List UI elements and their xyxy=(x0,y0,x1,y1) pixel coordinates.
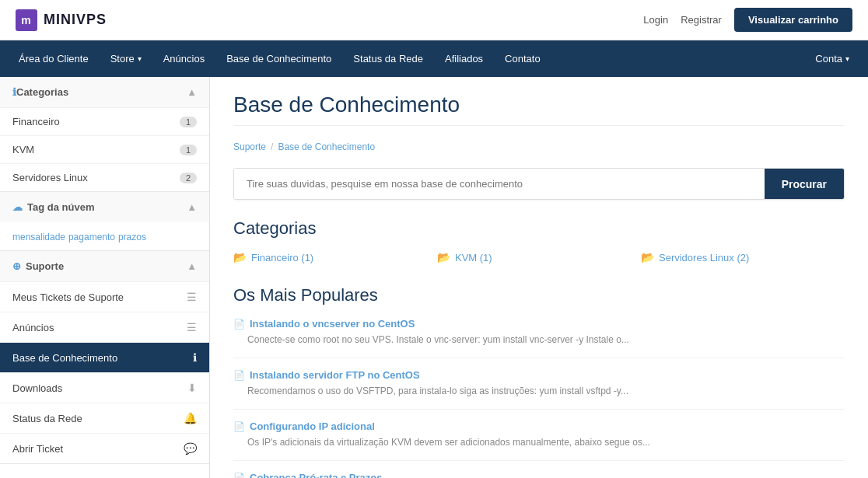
categories-section-title: Categorias xyxy=(233,218,845,239)
tag-mensalidade[interactable]: mensalidade xyxy=(12,232,65,242)
article-item-1: 📄 Instalando servidor FTP no CentOS Reco… xyxy=(233,369,845,410)
cat-servidores-label: Servidores Linux xyxy=(12,172,88,183)
sidebar-support-header: ⊕ Suporte ▲ xyxy=(0,251,209,281)
article-title-0[interactable]: 📄 Instalando o vncserver no CentOS xyxy=(233,318,845,330)
search-bar: Procurar xyxy=(233,168,845,200)
article-title-3[interactable]: 📄 Cobrança Pró-rata e Prazos xyxy=(233,472,845,478)
logo-text: MINIVPS xyxy=(44,12,107,28)
categories-grid: 📂 Financeiro (1) 📂 KVM (1) 📂 Servidores … xyxy=(233,251,845,263)
chevron-down-icon: ▾ xyxy=(138,54,142,63)
article-icon-0: 📄 xyxy=(233,319,245,330)
nav-contato[interactable]: Contato xyxy=(494,40,551,77)
popular-section-title: Os Mais Populares xyxy=(233,285,845,305)
tag-prazos[interactable]: prazos xyxy=(118,232,146,242)
cat-financeiro-label: Financeiro xyxy=(12,116,60,127)
nav-base-conhecimento[interactable]: Base de Conhecimento xyxy=(215,40,342,77)
breadcrumb-current: Base de Conhecimento xyxy=(278,141,375,152)
article-icon-3: 📄 xyxy=(233,473,245,479)
nav-anuncios[interactable]: Anúncios xyxy=(152,40,215,77)
article-item-2: 📄 Configurando IP adicional Os IP's adic… xyxy=(233,420,845,461)
category-link-financeiro[interactable]: 📂 Financeiro (1) xyxy=(233,251,437,263)
info-icon: ℹ xyxy=(193,351,197,364)
chevron-down-icon-conta: ▾ xyxy=(845,54,849,63)
category-link-servidores[interactable]: 📂 Servidores Linux (2) xyxy=(641,251,845,263)
article-title-text-2: Configurando IP adicional xyxy=(250,420,375,432)
nav-afiliados[interactable]: Afiliados xyxy=(434,40,494,77)
breadcrumb: Suporte / Base de Conhecimento xyxy=(233,141,845,152)
nav-store[interactable]: Store ▾ xyxy=(100,40,152,77)
tags-header-label: Tag da núvem xyxy=(27,201,94,213)
article-icon-2: 📄 xyxy=(233,421,245,432)
article-title-text-3: Cobrança Pró-rata e Prazos xyxy=(250,472,383,478)
search-button[interactable]: Procurar xyxy=(765,169,844,199)
download-icon: ⬇ xyxy=(187,382,197,394)
network-icon: 🔔 xyxy=(184,412,197,424)
main-nav: Área do Cliente Store ▾ Anúncios Base de… xyxy=(0,40,868,77)
page-title: Base de Conhecimento xyxy=(233,92,845,117)
support-icon-header: ⊕ xyxy=(12,260,21,272)
cloud-icon: ☁ xyxy=(12,201,23,213)
cat-servidores-badge: 2 xyxy=(180,173,197,183)
support-item-downloads[interactable]: Downloads ⬇ xyxy=(0,372,209,403)
sidebar-tags-header: ☁ Tag da núvem ▲ xyxy=(0,192,209,222)
sidebar-cat-kvm[interactable]: KVM 1 xyxy=(0,135,209,163)
article-item-3: 📄 Cobrança Pró-rata e Prazos MENSALIDADE… xyxy=(233,472,845,478)
main-layout: ℹ Categorias ▲ Financeiro 1 KVM 1 Servid… xyxy=(0,77,868,478)
article-title-1[interactable]: 📄 Instalando servidor FTP no CentOS xyxy=(233,369,845,381)
categories-header-label: Categorias xyxy=(16,86,68,98)
cat-financeiro-badge: 1 xyxy=(180,117,197,127)
status-rede-label: Status da Rede xyxy=(12,413,82,424)
support-item-abrir-ticket[interactable]: Abrir Ticket 💬 xyxy=(0,433,209,463)
support-item-tickets[interactable]: Meus Tickets de Suporte ☰ xyxy=(0,281,209,312)
title-divider xyxy=(233,125,845,126)
article-title-text-1: Instalando servidor FTP no CentOS xyxy=(250,369,420,381)
base-conhecimento-label: Base de Conhecimento xyxy=(12,352,117,364)
breadcrumb-separator: / xyxy=(271,141,273,152)
chevron-up-icon-tags: ▲ xyxy=(187,201,197,213)
article-excerpt-1: Recomendamos o uso do VSFTPD, para insta… xyxy=(233,384,845,398)
chevron-up-icon: ▲ xyxy=(187,86,197,98)
sidebar-categories-header: ℹ Categorias ▲ xyxy=(0,77,209,107)
support-item-anuncios[interactable]: Anúncios ☰ xyxy=(0,312,209,342)
category-financeiro-label: Financeiro (1) xyxy=(251,252,313,263)
folder-icon-servidores: 📂 xyxy=(641,251,654,263)
anuncios-icon: ☰ xyxy=(187,321,197,333)
sidebar-tags-section: ☁ Tag da núvem ▲ mensalidade pagamento p… xyxy=(0,192,209,251)
category-servidores-label: Servidores Linux (2) xyxy=(659,252,749,263)
article-title-2[interactable]: 📄 Configurando IP adicional xyxy=(233,420,845,432)
cat-kvm-badge: 1 xyxy=(180,145,197,155)
top-bar: m MINIVPS Login Registrar Visualizar car… xyxy=(0,0,868,40)
category-kvm-label: KVM (1) xyxy=(455,252,492,263)
sidebar: ℹ Categorias ▲ Financeiro 1 KVM 1 Servid… xyxy=(0,77,210,478)
chat-icon: 💬 xyxy=(184,442,197,455)
nav-conta[interactable]: Conta ▾ xyxy=(804,40,860,77)
anuncios-label: Anúncios xyxy=(12,322,54,333)
chevron-up-icon-support: ▲ xyxy=(187,260,197,272)
nav-status-rede[interactable]: Status da Rede xyxy=(342,40,434,77)
article-icon-1: 📄 xyxy=(233,370,245,381)
tickets-icon: ☰ xyxy=(187,291,197,303)
tag-pagamento[interactable]: pagamento xyxy=(68,232,115,242)
category-link-kvm[interactable]: 📂 KVM (1) xyxy=(437,251,641,263)
article-item-0: 📄 Instalando o vncserver no CentOS Conec… xyxy=(233,318,845,358)
downloads-label: Downloads xyxy=(12,382,62,394)
logo: m MINIVPS xyxy=(16,9,107,31)
support-item-status-rede[interactable]: Status da Rede 🔔 xyxy=(0,403,209,433)
support-item-base-conhecimento[interactable]: Base de Conhecimento ℹ xyxy=(0,342,209,372)
cart-button[interactable]: Visualizar carrinho xyxy=(734,8,852,32)
search-input[interactable] xyxy=(234,169,765,199)
sidebar-cat-servidores[interactable]: Servidores Linux 2 xyxy=(0,163,209,191)
breadcrumb-parent[interactable]: Suporte xyxy=(233,141,266,152)
logo-icon: m xyxy=(16,9,37,31)
sidebar-categories-section: ℹ Categorias ▲ Financeiro 1 KVM 1 Servid… xyxy=(0,77,209,192)
article-excerpt-0: Conecte-se como root no seu VPS. Instale… xyxy=(233,333,845,347)
support-header-label: Suporte xyxy=(26,260,64,272)
register-link[interactable]: Registrar xyxy=(681,14,722,26)
article-excerpt-2: Os IP's adicionais da virtualização KVM … xyxy=(233,435,845,449)
tag-cloud: mensalidade pagamento prazos xyxy=(0,222,209,250)
sidebar-cat-financeiro[interactable]: Financeiro 1 xyxy=(0,107,209,135)
nav-area-cliente[interactable]: Área do Cliente xyxy=(8,40,100,77)
login-link[interactable]: Login xyxy=(643,14,668,26)
cat-kvm-label: KVM xyxy=(12,144,34,155)
top-right-actions: Login Registrar Visualizar carrinho xyxy=(643,8,852,32)
